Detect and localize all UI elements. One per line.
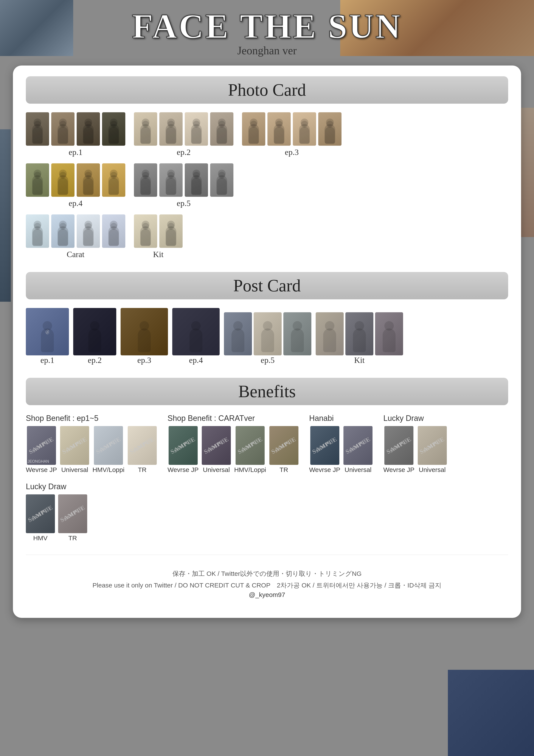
ep1-card-2 <box>51 112 74 146</box>
footer-handle: @_kyeom97 <box>26 591 508 599</box>
benefits-header: Benefits <box>26 378 508 405</box>
ep1-card-4 <box>102 112 125 146</box>
postcard-ep3-label: ep.3 <box>138 355 151 365</box>
ep3-card-4 <box>318 112 342 146</box>
ep4-card-4 <box>102 163 125 197</box>
postcard-ep5-label: ep.5 <box>261 355 274 365</box>
ep3-card-1 <box>242 112 265 146</box>
ep5-card-2 <box>159 163 183 197</box>
benefit-lucky-wevrse-label: Wevrse JP <box>383 466 414 473</box>
bg-mid-left <box>0 129 11 302</box>
benefits-row-1: Shop Benefit : ep1~5 SAMPLE JEONGHAN Wev… <box>26 414 508 473</box>
benefits-title: Benefits <box>238 382 296 401</box>
photo-card-row-1: ep.1 ep.2 ep.3 <box>26 112 508 157</box>
ep1-images <box>26 112 125 146</box>
benefit-hanabi-wevrse-img: SAMPLE <box>310 426 339 465</box>
photo-card-row-2: ep.4 ep.5 <box>26 163 508 208</box>
carat-label: Carat <box>67 250 85 259</box>
benefit-lucky-universal-img: SAMPLE <box>418 426 447 465</box>
post-card-title: Post Card <box>233 276 301 295</box>
benefit-lucky-universal-item: SAMPLE Universal <box>418 426 447 473</box>
postcard-ep4-label: ep.4 <box>189 355 203 365</box>
benefit-lucky-wevrse-item: SAMPLE Wevrse JP <box>383 426 414 473</box>
ep1-card-3 <box>77 112 100 146</box>
ep3-label: ep.3 <box>285 148 299 157</box>
benefit-lucky-tr-img: SAMPLE <box>58 494 87 533</box>
carat-images <box>26 214 125 248</box>
post-card-section: Post Card @ ep.1 ep.2 ep.3 <box>26 272 508 365</box>
benefit-carat-hmv-label: HMV/Loppi <box>234 466 266 473</box>
ep5-images <box>134 163 233 197</box>
benefit-carat-tr-img: SAMPLE <box>269 426 298 465</box>
benefit-wevrse-jp-item: SAMPLE JEONGHAN Wevrse JP <box>26 426 57 473</box>
main-title: FACE THE SUN <box>0 7 534 46</box>
postcard-kit-label: Kit <box>354 355 365 365</box>
postcard-kit-images <box>316 312 403 355</box>
ep4-images <box>26 163 125 197</box>
benefit-carat-title: Shop Benefit : CARATver <box>167 414 255 423</box>
postcard-ep5-group: ep.5 <box>224 312 311 365</box>
kit-images <box>134 214 183 248</box>
carat-card-3 <box>77 214 100 248</box>
benefit-universal-img: SAMPLE <box>60 426 89 465</box>
benefit-carat-hmv-item: SAMPLE HMV/Loppi <box>234 426 266 473</box>
photo-card-row-3: Carat Kit <box>26 214 508 259</box>
benefit-hmv-item: SAMPLE HMV/Loppi <box>92 426 124 473</box>
postcard-kit-1 <box>316 312 343 355</box>
ep2-card-2 <box>159 112 183 146</box>
postcard-ep3-group: ep.3 <box>120 308 168 365</box>
benefit-universal-item: SAMPLE Universal <box>60 426 89 473</box>
benefit-hanabi-items: SAMPLE Wevrse JP SAMPLE Universal <box>309 426 372 473</box>
carat-group: Carat <box>26 214 125 259</box>
benefit-lucky-hmv-label: HMV <box>33 534 48 542</box>
ep3-images <box>242 112 342 146</box>
postcard-ep5-2 <box>254 312 282 355</box>
postcard-ep1-group: @ ep.1 <box>26 308 69 365</box>
benefit-lucky-draw-2-title: Lucky Draw <box>26 482 66 491</box>
benefit-carat-wevrse-img: SAMPLE <box>168 426 198 465</box>
benefits-section: Benefits Shop Benefit : ep1~5 SAMPLE JEO… <box>26 378 508 542</box>
benefit-lucky-draw-2-group: Lucky Draw SAMPLE HMV SAMPLE TR <box>26 482 508 542</box>
header: FACE THE SUN Jeonghan ver <box>0 0 534 59</box>
benefit-ep1-5-title: Shop Benefit : ep1~5 <box>26 414 98 423</box>
benefit-tr-label: TR <box>138 466 146 473</box>
benefit-carat-tr-item: SAMPLE TR <box>269 426 298 473</box>
photo-card-title: Photo Card <box>228 80 306 99</box>
benefit-hmv-label: HMV/Loppi <box>92 466 124 473</box>
ep5-group: ep.5 <box>134 163 233 208</box>
postcard-ep5-1 <box>224 312 252 355</box>
ep5-card-3 <box>185 163 208 197</box>
post-card-header: Post Card <box>26 272 508 299</box>
postcard-ep2-label: ep.2 <box>88 355 102 365</box>
benefit-hanabi-universal-label: Universal <box>344 466 371 473</box>
postcard-ep1-label: ep.1 <box>40 355 54 365</box>
benefit-carat-wevrse-label: Wevrse JP <box>167 466 198 473</box>
ep4-label: ep.4 <box>69 199 83 208</box>
benefit-tr-img: SAMPLE <box>128 426 157 465</box>
footer-line1: 保存・加工 OK / Twitter以外での使用・切り取り・トリミングNG <box>26 568 508 580</box>
kit-card-1 <box>134 214 157 248</box>
footer-line2: Please use it only on Twitter / DO NOT C… <box>26 580 508 591</box>
benefit-wevrse-jp-img: SAMPLE JEONGHAN <box>27 426 56 465</box>
benefit-hanabi-wevrse-label: Wevrse JP <box>309 466 340 473</box>
kit-group: Kit <box>134 214 183 259</box>
postcard-ep2 <box>73 308 116 355</box>
benefit-hanabi-wevrse-item: SAMPLE Wevrse JP <box>309 426 340 473</box>
benefit-lucky-wevrse-img: SAMPLE <box>384 426 414 465</box>
benefit-tr-item: SAMPLE TR <box>128 426 157 473</box>
ep2-label: ep.2 <box>177 148 191 157</box>
benefit-ep1-5-items: SAMPLE JEONGHAN Wevrse JP SAMPLE Univers… <box>26 426 157 473</box>
ep1-group: ep.1 <box>26 112 125 157</box>
ep1-card-1 <box>26 112 49 146</box>
benefit-hmv-img: SAMPLE <box>94 426 123 465</box>
footer: 保存・加工 OK / Twitter以外での使用・切り取り・トリミングNG Pl… <box>26 555 508 607</box>
postcard-ep2-group: ep.2 <box>73 308 116 365</box>
ep4-card-2 <box>51 163 74 197</box>
benefit-carat-universal-img: SAMPLE <box>202 426 231 465</box>
ep4-card-3 <box>77 163 100 197</box>
benefit-hanabi-universal-item: SAMPLE Universal <box>343 426 372 473</box>
benefit-carat-hmv-img: SAMPLE <box>236 426 265 465</box>
ep3-card-2 <box>267 112 291 146</box>
benefit-hanabi-group: Hanabi SAMPLE Wevrse JP SAMPLE Universal <box>309 414 372 473</box>
ep1-label: ep.1 <box>69 148 83 157</box>
